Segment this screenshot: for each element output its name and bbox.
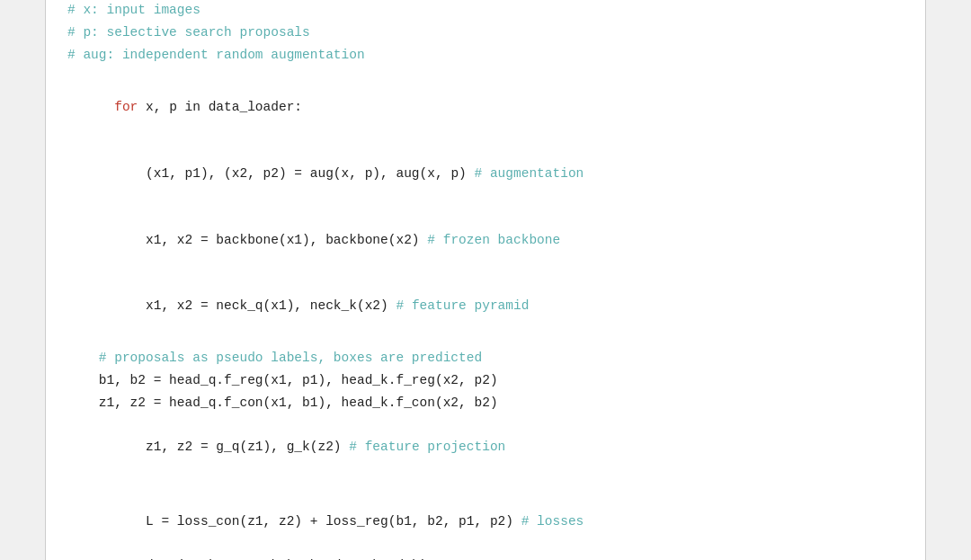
neck-code: x1, x2 = neck_q(x1), neck_k(x2) <box>114 298 388 313</box>
gq-line: z1, z2 = g_q(z1), g_k(z2) # feature proj… <box>67 413 904 480</box>
for-line: for x, p in data_loader: <box>67 74 904 140</box>
loss-line: L = loss_con(z1, z2) + loss_reg(b1, b2, … <box>67 488 904 555</box>
neck-line: x1, x2 = neck_q(x1), neck_k(x2) # featur… <box>67 273 904 340</box>
blank-2 <box>67 340 904 348</box>
comment-line-2: # p: selective search proposals <box>67 22 904 44</box>
blank-1 <box>67 66 904 74</box>
for-keyword: for <box>114 100 138 114</box>
aug-code: (x1, p1), (x2, p2) = aug(x, p), aug(x, p… <box>114 166 467 181</box>
comment-line-1: # x: input images <box>67 0 904 22</box>
backbone-comment: # frozen backbone <box>420 233 561 247</box>
aug-line: (x1, p1), (x2, p2) = aug(x, p), aug(x, p… <box>67 140 904 207</box>
gq-code: z1, z2 = g_q(z1), g_k(z2) <box>114 440 341 454</box>
neck-comment: # feature pyramid <box>388 298 530 313</box>
gq-comment: # feature projection <box>342 440 506 454</box>
pseudo-comment: # proposals as pseudo labels, boxes are … <box>67 347 904 369</box>
algorithm-card: Algorithm 1 AlignDet Pseudocode, PyTorch… <box>45 0 926 560</box>
code-body: # x: input images # p: selective search … <box>46 0 925 560</box>
b-line: b1, b2 = head_q.f_reg(x1, p1), head_k.f_… <box>67 369 904 392</box>
blank-3 <box>67 480 904 488</box>
comment-line-3: # aug: independent random augmentation <box>67 44 904 67</box>
z-con-line: z1, z2 = head_q.f_con(x1, b1), head_k.f_… <box>67 392 904 414</box>
ema-line: ema_update(neck_q, neck_k, head_q, head_… <box>67 555 904 560</box>
aug-comment: # augmentation <box>467 166 584 181</box>
backbone-code: x1, x2 = backbone(x1), backbone(x2) <box>114 233 419 247</box>
loss-code: L = loss_con(z1, z2) + loss_reg(b1, b2, … <box>114 514 513 529</box>
loss-comment: # losses <box>513 514 583 529</box>
backbone-line: x1, x2 = backbone(x1), backbone(x2) # fr… <box>67 207 904 273</box>
for-rest: x, p in data_loader: <box>138 100 302 114</box>
